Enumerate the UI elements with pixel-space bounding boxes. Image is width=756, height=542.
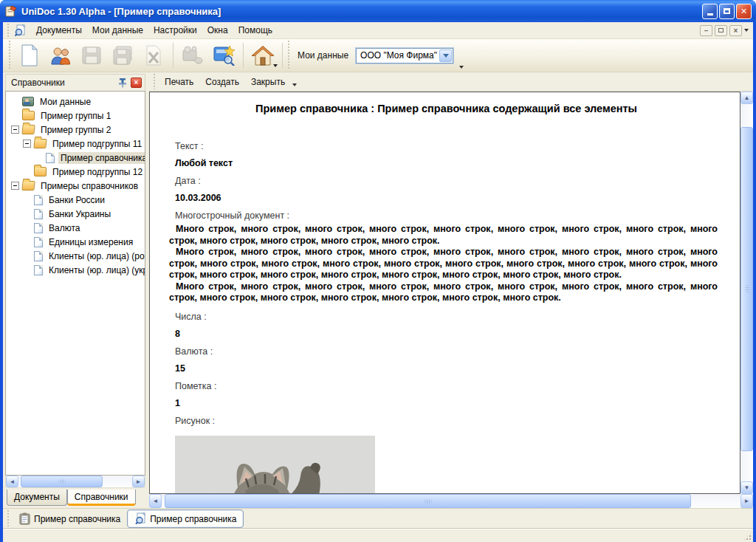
menubar-overflow-caret[interactable] [744, 29, 749, 32]
scrollbar-thumb[interactable] [21, 476, 103, 487]
maximize-button[interactable] [719, 4, 735, 19]
structure-button[interactable] [208, 41, 239, 69]
close-button[interactable]: ✕ [736, 4, 752, 19]
mdi-restore-icon [718, 28, 724, 32]
save-all-icon [112, 46, 133, 65]
scroll-right-button[interactable]: ► [132, 476, 145, 487]
tree-item-group1[interactable]: Пример группы 1 [6, 109, 145, 123]
mdi-restore-button[interactable] [715, 25, 727, 36]
print-button[interactable]: Печать [159, 75, 199, 89]
tree-item-subgroup12[interactable]: Пример подгруппы 12 [6, 165, 145, 179]
machine-icon [182, 46, 204, 65]
scrollbar-thumb[interactable] [165, 494, 691, 508]
task-item-reference[interactable]: Пример справочника [127, 510, 244, 528]
toolbar-grip[interactable] [8, 41, 12, 70]
menu-documents[interactable]: Документы [31, 23, 87, 38]
mdi-close-button[interactable]: × [729, 25, 742, 36]
toolbar-overflow-caret[interactable] [459, 66, 464, 69]
sidebar-panel: Справочники × Мои данные [3, 72, 148, 508]
document-view: Пример справочника : Пример справочника … [149, 92, 753, 494]
new-document-button[interactable] [14, 41, 45, 69]
sidebar-horizontal-scrollbar[interactable]: ◄ ► [5, 476, 145, 488]
expander-slot [11, 112, 19, 120]
scrollbar-track[interactable] [740, 104, 753, 481]
sidebar-header: Справочники × [5, 74, 145, 91]
tree-item-banks-russia[interactable]: Банки России [6, 193, 145, 207]
menu-windows[interactable]: Окна [202, 23, 233, 38]
title-bar: UniDoc 1.30 Alpha - [Пример справочника]… [0, 0, 756, 22]
my-data-label: Мои данные [298, 50, 348, 61]
tree-item-label: Пример подгруппы 11 [50, 138, 144, 150]
toolbar-separator [243, 43, 244, 68]
tree-item-group2[interactable]: Пример группы 2 [6, 123, 145, 137]
scrollbar-track[interactable] [18, 476, 132, 487]
tree-item-label: Банки Украины [47, 208, 113, 220]
menu-settings[interactable]: Настройки [148, 23, 202, 38]
sidebar-tabs: Документы Справочники [5, 488, 145, 508]
machine-button[interactable] [177, 41, 208, 69]
tree-item-label: Пример группы 1 [38, 110, 113, 122]
task-item-label: Пример справочника [150, 514, 236, 524]
collapse-expander[interactable] [11, 126, 19, 134]
create-button[interactable]: Создать [199, 75, 245, 89]
tree-item-clients-ukr[interactable]: Клиенты (юр. лица) (укр. [6, 263, 145, 277]
tab-references[interactable]: Справочники [67, 490, 136, 506]
sidebar-close-button[interactable]: × [131, 78, 142, 88]
company-combobox[interactable]: ООО "Моя Фирма" [356, 48, 453, 64]
menu-my-data[interactable]: Мои данные [87, 23, 148, 38]
save-all-button[interactable] [107, 41, 138, 69]
tree-item-currency[interactable]: Валюта [6, 221, 145, 235]
save-button[interactable] [76, 41, 107, 69]
menu-bar: Документы Мои данные Настройки Окна Помо… [3, 22, 753, 39]
document-icon [34, 223, 43, 233]
folder-icon [34, 167, 47, 176]
tree-item-subgroup11[interactable]: Пример подгруппы 11 [6, 137, 145, 151]
users-button[interactable] [45, 41, 76, 69]
sidebar-title: Справочники [11, 78, 117, 88]
delete-button[interactable] [138, 41, 169, 69]
tree-item-example-reference[interactable]: Пример справочника [6, 151, 145, 165]
scrollbar-thumb[interactable] [740, 127, 753, 451]
mark-field-value: 1 [175, 398, 718, 408]
scroll-down-button[interactable]: ▼ [740, 481, 753, 494]
scroll-up-button[interactable]: ▲ [740, 92, 753, 104]
expander-slot [11, 97, 19, 106]
tree-item-clients-rus[interactable]: Клиенты (юр. лица) (рос. [6, 249, 145, 263]
scroll-right-button[interactable]: ► [740, 494, 753, 508]
collapse-expander[interactable] [11, 182, 19, 190]
scroll-left-button[interactable]: ◄ [149, 494, 162, 508]
multiline-paragraph-2: Много строк, много строк, много строк, м… [169, 247, 718, 281]
content-horizontal-scrollbar[interactable]: ◄ ► [149, 494, 753, 508]
minimize-button[interactable] [702, 4, 718, 19]
tree-item-my-data[interactable]: Мои данные [6, 95, 145, 109]
doc-toolbar-overflow-caret[interactable] [292, 83, 297, 86]
combobox-dropdown-button[interactable] [439, 49, 452, 62]
close-icon: ✕ [740, 7, 747, 16]
main-area: Справочники × Мои данные [3, 72, 753, 508]
tree-item-banks-ukraine[interactable]: Банки Украины [6, 207, 145, 221]
date-field-value: 10.03.2006 [175, 193, 718, 203]
tree-item-units[interactable]: Единицы измерения [6, 235, 145, 249]
home-dropdown-caret[interactable] [273, 64, 278, 67]
tab-documents[interactable]: Документы [7, 490, 67, 506]
menu-help[interactable]: Помощь [233, 23, 278, 38]
mdi-minimize-button[interactable]: – [700, 25, 712, 36]
toolbar-grip2[interactable] [287, 41, 291, 70]
home-button[interactable] [247, 41, 278, 69]
user-card-icon [22, 97, 34, 106]
scrollbar-track[interactable] [162, 494, 740, 508]
close-doc-button[interactable]: Закрыть [245, 75, 291, 89]
task-item-document[interactable]: Пример справочника [13, 510, 127, 527]
resize-grip[interactable] [743, 532, 752, 541]
tree-item-reference-examples[interactable]: Примеры справочников [6, 179, 145, 193]
numbers-field-label: Числа : [175, 312, 718, 322]
scroll-left-button[interactable]: ◄ [6, 476, 18, 487]
document-icon [34, 209, 43, 219]
menubar-grip[interactable] [7, 24, 10, 37]
collapse-expander[interactable] [23, 140, 31, 148]
doc-toolbar-grip[interactable] [153, 74, 157, 89]
taskbar-grip[interactable] [7, 510, 10, 527]
pin-icon[interactable] [117, 78, 128, 88]
tree-item-label: Примеры справочников [38, 180, 140, 192]
content-vertical-scrollbar[interactable]: ▲ ▼ [740, 92, 753, 494]
